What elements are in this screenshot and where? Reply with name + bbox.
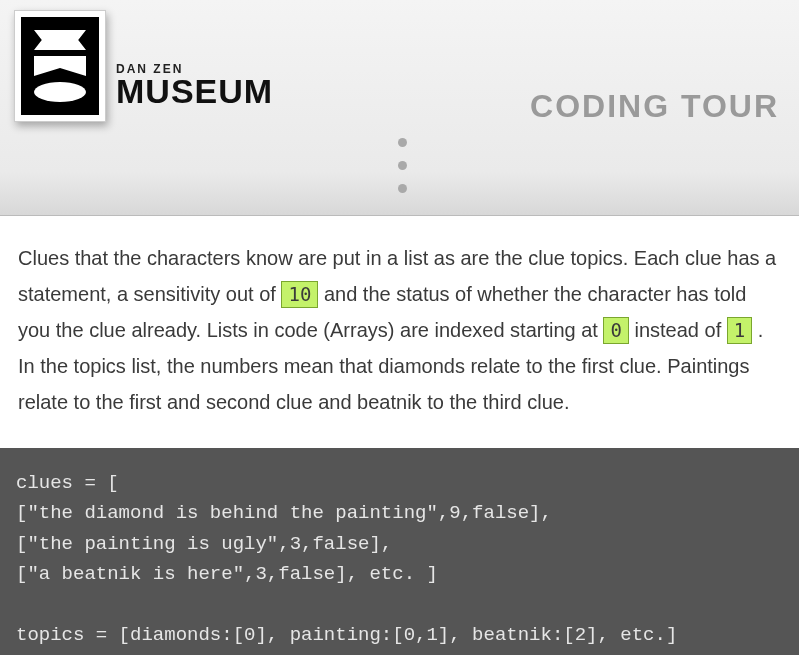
logo-shape-1 [34, 30, 86, 50]
title-block: DAN ZEN MUSEUM [116, 62, 273, 107]
dot-icon [398, 161, 407, 170]
body-paragraph: Clues that the characters know are put i… [0, 216, 799, 448]
dot-icon [398, 138, 407, 147]
dot-icon [398, 184, 407, 193]
logo-inner [21, 17, 99, 115]
tour-label: CODING TOUR [530, 88, 779, 125]
body-text-3: instead of [635, 319, 727, 341]
highlight-zero: 0 [603, 317, 628, 344]
highlight-sensitivity: 10 [281, 281, 318, 308]
highlight-one: 1 [727, 317, 752, 344]
code-block: clues = [ ["the diamond is behind the pa… [0, 448, 799, 655]
logo-shape-2 [34, 56, 86, 76]
logo-shape-3 [34, 82, 86, 102]
site-title: MUSEUM [116, 76, 273, 107]
logo[interactable] [14, 10, 106, 122]
vertical-dots-icon [14, 138, 785, 193]
header: DAN ZEN MUSEUM CODING TOUR [0, 0, 799, 216]
